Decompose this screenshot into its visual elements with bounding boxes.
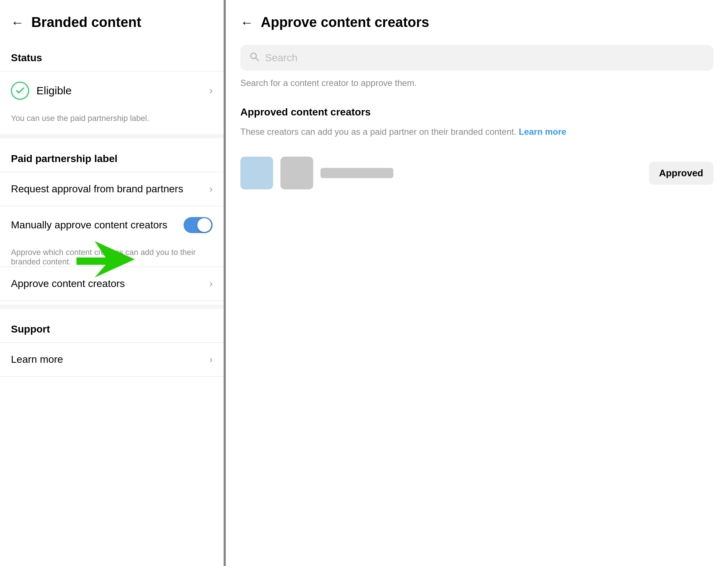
search-placeholder-text: Search — [265, 52, 298, 64]
creator-avatar-blue — [240, 157, 273, 189]
check-icon — [15, 86, 25, 96]
svg-line-2 — [256, 58, 259, 61]
request-approval-item[interactable]: Request approval from brand partners › — [0, 172, 224, 206]
learn-more-link[interactable]: Learn more — [519, 127, 567, 137]
eligible-sub-text: You can use the paid partnership label. — [0, 110, 224, 130]
divider-2 — [0, 304, 224, 309]
manually-approve-label: Manually approve content creators — [11, 219, 168, 231]
eligible-row[interactable]: Eligible › — [0, 71, 224, 110]
search-svg — [249, 51, 259, 62]
right-panel: ← Approve content creators Search Search… — [226, 0, 728, 566]
learn-more-item[interactable]: Learn more › — [0, 342, 224, 377]
approve-creators-container: Approve content creators › — [0, 267, 224, 301]
right-header: ← Approve content creators — [226, 0, 728, 41]
status-section-label: Status — [0, 41, 224, 71]
eligible-check-circle — [11, 82, 29, 100]
left-panel-title: Branded content — [31, 15, 141, 30]
svg-marker-0 — [76, 241, 135, 278]
left-header: ← Branded content — [0, 0, 224, 41]
creator-row: Approved — [226, 149, 728, 197]
right-back-button[interactable]: ← — [240, 16, 253, 29]
request-approval-chevron: › — [209, 183, 213, 195]
support-section-label: Support — [0, 313, 224, 342]
toggle-knob — [197, 218, 211, 232]
search-hint: Search for a content creator to approve … — [226, 78, 728, 99]
creator-name-placeholder — [320, 168, 393, 178]
approved-desc-text: These creators can add you as a paid par… — [240, 127, 516, 137]
request-approval-label: Request approval from brand partners — [11, 183, 209, 195]
left-panel: ← Branded content Status Eligible › You … — [0, 0, 226, 566]
search-icon — [249, 51, 259, 64]
creator-avatar-gray — [280, 157, 313, 189]
approved-desc: These creators can add you as a paid par… — [226, 122, 728, 149]
paid-partnership-section-label: Paid partnership label — [0, 142, 224, 172]
learn-more-chevron: › — [209, 354, 213, 365]
learn-more-label: Learn more — [11, 354, 209, 365]
eligible-label: Eligible — [36, 84, 72, 97]
green-arrow-svg — [73, 237, 138, 281]
approved-badge[interactable]: Approved — [649, 162, 713, 185]
approved-section-title: Approved content creators — [226, 99, 728, 122]
eligible-left: Eligible — [11, 82, 72, 100]
right-panel-title: Approve content creators — [261, 15, 429, 30]
manually-approve-toggle[interactable] — [184, 217, 213, 233]
left-back-button[interactable]: ← — [11, 16, 24, 29]
search-bar[interactable]: Search — [240, 45, 713, 71]
green-arrow-indicator — [73, 237, 138, 283]
divider-1 — [0, 134, 224, 138]
eligible-chevron: › — [209, 85, 213, 97]
approve-creators-chevron: › — [209, 278, 213, 290]
